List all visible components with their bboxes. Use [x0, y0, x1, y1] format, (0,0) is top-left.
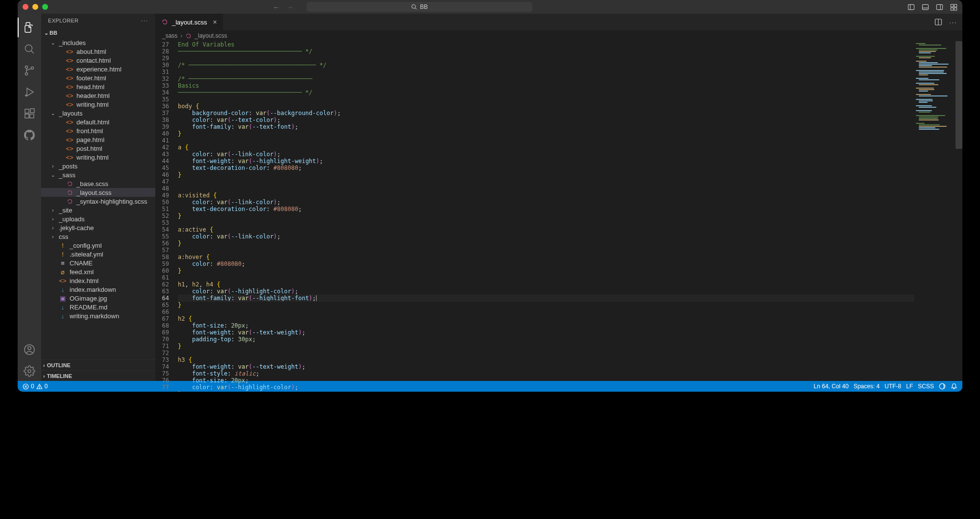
code-line[interactable]: color: var(--link-color); [178, 199, 914, 206]
code-line[interactable]: color: var(--link-color); [178, 233, 914, 240]
code-line[interactable] [178, 308, 914, 315]
code-line[interactable] [178, 178, 914, 185]
file-row[interactable]: <>header.html [41, 91, 155, 100]
file-row[interactable]: _syntax-highlighting.scss [41, 197, 155, 206]
code-editor[interactable]: 2728293031323334353637383940414243444546… [155, 41, 962, 381]
more-actions-icon[interactable]: ··· [949, 19, 957, 26]
code-line[interactable]: a:hover { [178, 254, 914, 260]
github-tab[interactable] [18, 125, 41, 145]
code-line[interactable]: color: #808080; [178, 260, 914, 267]
file-row[interactable]: <>index.html [41, 276, 155, 285]
code-line[interactable] [178, 350, 914, 356]
code-line[interactable]: font-size: 20px; [178, 377, 914, 384]
code-line[interactable] [178, 247, 914, 254]
tab-layout-scss[interactable]: _layout.scss × [155, 14, 223, 30]
code-line[interactable] [178, 137, 914, 144]
code-line[interactable]: font-weight: var(--text-weight); [178, 329, 914, 336]
folder-section-header[interactable]: ⌄ BB [41, 27, 155, 38]
file-row[interactable]: !.siteleaf.yml [41, 250, 155, 259]
code-line[interactable]: Basics [178, 82, 914, 89]
code-line[interactable]: ─────────────────────────────────── */ [178, 89, 914, 96]
back-button[interactable]: ← [272, 3, 280, 11]
outline-section[interactable]: › OUTLINE [41, 359, 155, 370]
file-row[interactable]: <>writing.html [41, 153, 155, 162]
problems-indicator[interactable]: 0 0 [23, 383, 48, 390]
customize-layout-icon[interactable] [950, 3, 957, 11]
split-editor-icon[interactable] [934, 18, 942, 26]
minimap[interactable] [914, 41, 962, 381]
feedback-icon[interactable] [939, 383, 946, 390]
code-line[interactable]: color: var(--link-color); [178, 151, 914, 158]
file-row[interactable]: _base.scss [41, 179, 155, 188]
accounts-button[interactable] [18, 340, 41, 359]
file-row[interactable]: <>contact.html [41, 56, 155, 65]
folder-row[interactable]: ›.jekyll-cache [41, 223, 155, 232]
code-line[interactable]: h1, h2, h4 { [178, 281, 914, 288]
code-line[interactable]: color: var(--highlight-color); [178, 384, 914, 391]
forward-button[interactable]: → [287, 3, 294, 11]
code-line[interactable]: End Of Variables [178, 41, 914, 48]
code-line[interactable]: } [178, 391, 914, 392]
code-line[interactable]: } [178, 240, 914, 247]
code-line[interactable]: } [178, 212, 914, 219]
code-line[interactable]: /* ──────────────────────────────────── … [178, 62, 914, 69]
code-line[interactable]: font-style: italic; [178, 370, 914, 377]
settings-button[interactable] [18, 361, 41, 381]
code-line[interactable]: } [178, 302, 914, 308]
file-row[interactable]: <>front.html [41, 126, 155, 135]
file-row[interactable]: <>default.html [41, 118, 155, 126]
code-line[interactable]: padding-top: 30px; [178, 336, 914, 343]
code-line[interactable]: font-weight: var(--text-weight); [178, 363, 914, 370]
code-line[interactable]: h2 { [178, 315, 914, 322]
code-line[interactable]: ─────────────────────────────────── */ [178, 48, 914, 55]
file-row[interactable]: <>experience.html [41, 65, 155, 73]
folder-row[interactable]: ›_posts [41, 162, 155, 170]
file-row[interactable]: !_config.yml [41, 241, 155, 250]
file-row[interactable]: <>post.html [41, 144, 155, 153]
folder-row[interactable]: ›_uploads [41, 214, 155, 223]
code-line[interactable]: } [178, 267, 914, 274]
code-line[interactable] [178, 219, 914, 226]
close-tab-icon[interactable]: × [213, 18, 217, 26]
code-line[interactable]: body { [178, 103, 914, 110]
file-row[interactable]: ↓writing.markdown [41, 311, 155, 320]
breadcrumb-folder[interactable]: _sass [162, 32, 177, 39]
file-row[interactable]: <>about.html [41, 47, 155, 56]
breadcrumb-file[interactable]: _layout.scss [195, 32, 227, 39]
file-row[interactable]: <>head.html [41, 82, 155, 91]
timeline-section[interactable]: › TIMELINE [41, 370, 155, 381]
file-row[interactable]: ↓README.md [41, 303, 155, 311]
code-line[interactable]: font-size: 20px; [178, 322, 914, 329]
folder-row[interactable]: ⌄_layouts [41, 109, 155, 118]
file-row[interactable]: ≡CNAME [41, 259, 155, 267]
file-row[interactable]: <>footer.html [41, 73, 155, 82]
file-row[interactable]: <>writing.html [41, 100, 155, 109]
code-line[interactable]: a { [178, 144, 914, 151]
search-tab[interactable] [18, 39, 41, 59]
code-line[interactable]: } [178, 130, 914, 137]
folder-row[interactable]: ›css [41, 232, 155, 241]
extensions-tab[interactable] [18, 104, 41, 123]
run-debug-tab[interactable] [18, 82, 41, 102]
toggle-secondary-sidebar-icon[interactable] [936, 3, 943, 11]
code-line[interactable] [178, 274, 914, 281]
minimize-window-button[interactable] [32, 4, 38, 10]
command-center[interactable]: BB [307, 2, 532, 12]
code-line[interactable]: font-weight: var(--highlight-weight); [178, 158, 914, 165]
code-line[interactable]: color: var(--highlight-color); [178, 288, 914, 295]
code-line[interactable] [178, 96, 914, 103]
code-line[interactable]: text-decoration-color: #808080; [178, 206, 914, 212]
breadcrumbs[interactable]: _sass › _layout.scss [155, 30, 962, 41]
zoom-window-button[interactable] [42, 4, 48, 10]
code-line[interactable]: a:visited { [178, 192, 914, 199]
code-line[interactable]: text-decoration-color: #808080; [178, 165, 914, 171]
code-line[interactable]: h3 { [178, 356, 914, 363]
code-line[interactable] [178, 185, 914, 192]
notifications-icon[interactable] [951, 383, 957, 390]
code-line[interactable]: } [178, 343, 914, 350]
code-line[interactable]: a:active { [178, 226, 914, 233]
toggle-panel-icon[interactable] [922, 3, 929, 11]
folder-row[interactable]: ⌄_sass [41, 170, 155, 179]
code-line[interactable] [178, 69, 914, 75]
code-line[interactable]: } [178, 171, 914, 178]
